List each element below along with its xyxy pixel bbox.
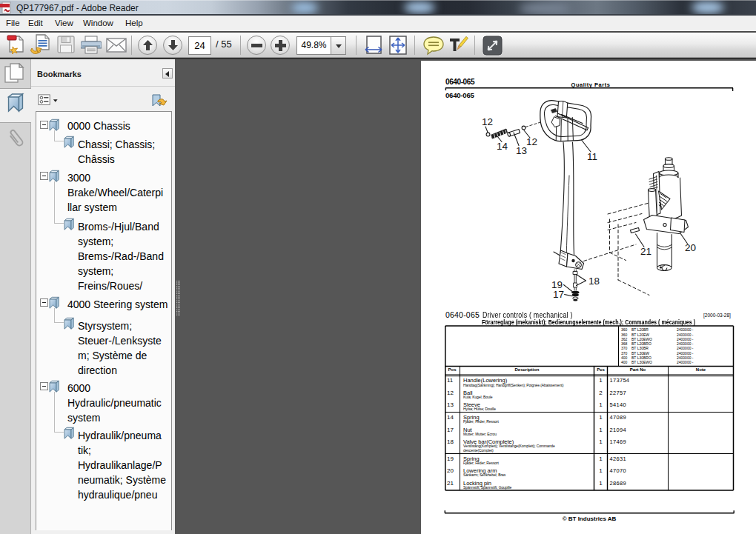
svg-text:18: 18 <box>588 276 600 287</box>
svg-text:20: 20 <box>685 242 696 253</box>
svg-text:12: 12 <box>482 116 493 127</box>
svg-text:21: 21 <box>640 246 651 257</box>
svg-text:11: 11 <box>587 151 597 162</box>
svg-text:12: 12 <box>526 136 537 147</box>
svg-text:13: 13 <box>516 145 527 156</box>
svg-text:17: 17 <box>553 289 564 300</box>
svg-text:14: 14 <box>497 141 508 152</box>
